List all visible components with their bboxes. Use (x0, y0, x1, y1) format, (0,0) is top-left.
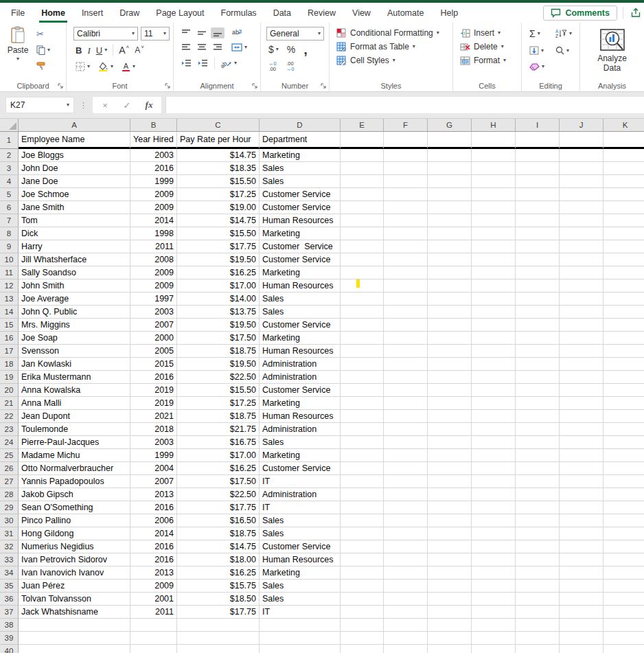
cell-D37[interactable]: IT (260, 606, 341, 619)
cell-F28[interactable] (384, 488, 428, 501)
cell-K22[interactable] (603, 410, 644, 423)
cell-F9[interactable] (384, 240, 428, 253)
cell-C12[interactable]: $17.00 (177, 279, 260, 293)
cell-E18[interactable] (341, 358, 384, 371)
row-header-30[interactable]: 30 (0, 514, 19, 527)
cell-G28[interactable] (428, 488, 472, 501)
cell-B1[interactable]: Year Hired (130, 132, 177, 149)
row-header-31[interactable]: 31 (0, 527, 19, 540)
cell-E24[interactable] (341, 436, 384, 449)
wrap-text-button[interactable]: ab (229, 27, 244, 38)
cell-H18[interactable] (472, 358, 516, 371)
cell-C35[interactable]: $15.75 (177, 580, 260, 593)
cell-B6[interactable]: 2009 (130, 201, 177, 214)
cell-I37[interactable] (516, 606, 560, 619)
decrease-font-button[interactable]: A˅ (133, 45, 146, 56)
cell-G21[interactable] (428, 397, 472, 410)
cell-E12[interactable] (341, 279, 384, 293)
cell-K32[interactable] (603, 540, 644, 553)
cell-K3[interactable] (603, 162, 644, 175)
cell-H5[interactable] (472, 188, 516, 201)
cell-H17[interactable] (472, 345, 516, 358)
cell-J21[interactable] (560, 397, 603, 410)
cell-K1[interactable] (603, 132, 644, 149)
row-header-18[interactable]: 18 (0, 358, 19, 371)
cell-G6[interactable] (428, 201, 472, 214)
cell-I22[interactable] (516, 410, 560, 423)
cell-B2[interactable]: 2003 (130, 149, 177, 162)
cell-H21[interactable] (472, 397, 516, 410)
cell-G27[interactable] (428, 475, 472, 488)
cell-D21[interactable]: Marketing (260, 397, 341, 410)
cell-H4[interactable] (472, 175, 516, 188)
cell-I27[interactable] (516, 475, 560, 488)
cell-H33[interactable] (472, 553, 516, 566)
cell-A16[interactable]: Joe Soap (19, 332, 130, 345)
cell-C39[interactable] (177, 632, 260, 645)
cell-I3[interactable] (516, 162, 560, 175)
row-header-33[interactable]: 33 (0, 553, 19, 566)
cell-J32[interactable] (560, 540, 603, 553)
cell-J27[interactable] (560, 475, 603, 488)
cell-J38[interactable] (560, 619, 603, 632)
cell-G39[interactable] (428, 632, 472, 645)
cell-G26[interactable] (428, 462, 472, 475)
cell-F8[interactable] (384, 227, 428, 240)
cell-I6[interactable] (516, 201, 560, 214)
cell-H2[interactable] (472, 149, 516, 162)
cell-I13[interactable] (516, 293, 560, 306)
cell-F16[interactable] (384, 332, 428, 345)
cell-K17[interactable] (603, 345, 644, 358)
row-header-19[interactable]: 19 (0, 371, 19, 384)
cell-C27[interactable]: $17.50 (177, 475, 260, 488)
cell-A33[interactable]: Ivan Petrovich Sidorov (19, 553, 130, 566)
paste-button[interactable]: Paste ▾ (4, 26, 32, 72)
row-header-37[interactable]: 37 (0, 606, 19, 619)
cell-G33[interactable] (428, 553, 472, 566)
cell-E34[interactable] (341, 566, 384, 580)
sort-filter-button[interactable]: AZ ▾ (553, 27, 574, 40)
cell-H25[interactable] (472, 449, 516, 462)
cell-F7[interactable] (384, 214, 428, 227)
cell-F12[interactable] (384, 279, 428, 293)
cell-B19[interactable]: 2016 (130, 371, 177, 384)
cell-A10[interactable]: Jill Whatsherface (19, 253, 130, 266)
cell-G24[interactable] (428, 436, 472, 449)
cell-D36[interactable]: Sales (260, 593, 341, 606)
cell-E26[interactable] (341, 462, 384, 475)
cell-J36[interactable] (560, 593, 603, 606)
col-header-G[interactable]: G (428, 119, 472, 131)
cell-C7[interactable]: $14.75 (177, 214, 260, 227)
row-header-4[interactable]: 4 (0, 175, 19, 188)
cell-B10[interactable]: 2008 (130, 253, 177, 266)
cell-D9[interactable]: Customer Service (260, 240, 341, 253)
cell-D28[interactable]: Administration (260, 488, 341, 501)
cell-D2[interactable]: Marketing (260, 149, 341, 162)
cell-B7[interactable]: 2014 (130, 214, 177, 227)
cell-I9[interactable] (516, 240, 560, 253)
cell-E28[interactable] (341, 488, 384, 501)
cell-H6[interactable] (472, 201, 516, 214)
cell-J22[interactable] (560, 410, 603, 423)
cell-E38[interactable] (341, 619, 384, 632)
cell-F6[interactable] (384, 201, 428, 214)
cell-E14[interactable] (341, 306, 384, 319)
cell-B31[interactable]: 2014 (130, 527, 177, 540)
cell-J30[interactable] (560, 514, 603, 527)
cell-G18[interactable] (428, 358, 472, 371)
cell-J25[interactable] (560, 449, 603, 462)
insert-cells-button[interactable]: Insert▾ (460, 28, 521, 38)
cell-B12[interactable]: 2009 (130, 279, 177, 293)
cell-F3[interactable] (384, 162, 428, 175)
cell-D14[interactable]: Sales (260, 306, 341, 319)
cell-I10[interactable] (516, 253, 560, 266)
cell-K7[interactable] (603, 214, 644, 227)
cell-E21[interactable] (341, 397, 384, 410)
cell-F1[interactable] (384, 132, 428, 149)
cell-A15[interactable]: Mrs. Miggins (19, 319, 130, 332)
cell-G30[interactable] (428, 514, 472, 527)
cell-A40[interactable] (19, 645, 130, 653)
cell-F19[interactable] (384, 371, 428, 384)
cell-K25[interactable] (603, 449, 644, 462)
cell-G1[interactable] (428, 132, 472, 149)
